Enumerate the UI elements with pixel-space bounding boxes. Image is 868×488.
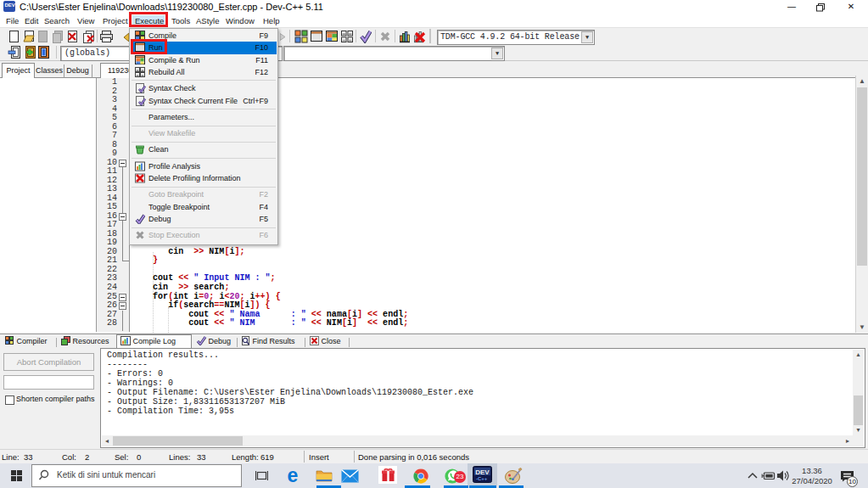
svg-text:-C++: -C++	[476, 476, 488, 481]
svg-text:e: e	[288, 466, 299, 485]
svg-text:DEV: DEV	[475, 468, 490, 476]
